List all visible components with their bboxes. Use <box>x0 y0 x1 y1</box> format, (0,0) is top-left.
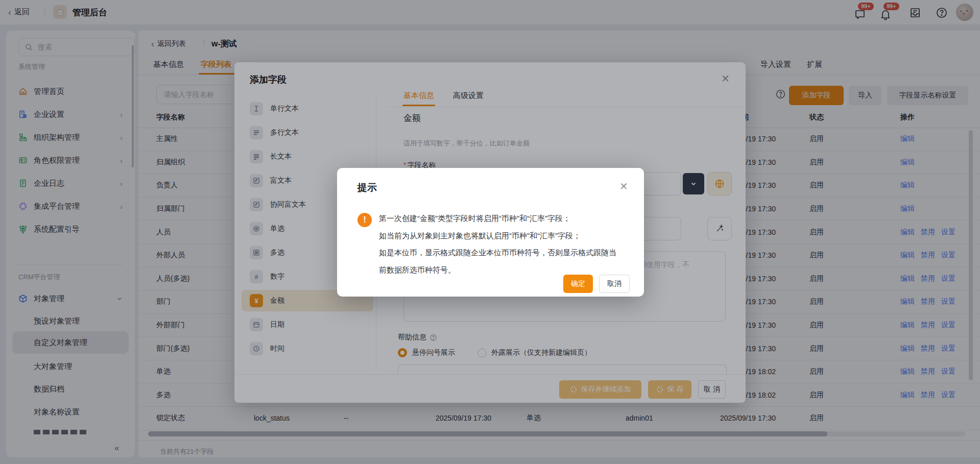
dialog-title: 提示 <box>357 181 377 194</box>
dialog-line: 第一次创建“金额”类型字段时将启用“币种”和“汇率”字段； <box>379 210 624 227</box>
dialog-line: 如是本位币，显示格式跟随企业本位币币种符号，否则显示格式跟随当 <box>379 244 624 261</box>
close-icon[interactable]: ✕ <box>619 181 628 191</box>
warning-icon: ! <box>357 213 372 227</box>
dialog-confirm-label: 确定 <box>571 279 585 288</box>
dialog-cancel-label: 取消 <box>607 279 622 288</box>
dialog-confirm-button[interactable]: 确定 <box>563 275 593 293</box>
dialog-cancel-button[interactable]: 取消 <box>599 275 630 293</box>
dialog-line: 如当前为从对象则主对象也将默认启用“币种”和“汇率”字段； <box>379 227 624 245</box>
dialog-message: 第一次创建“金额”类型字段时将启用“币种”和“汇率”字段； 如当前为从对象则主对… <box>379 210 624 278</box>
app-root: ‹ 返回 管理后台 99+ 99+ <box>0 0 980 464</box>
notice-dialog: 提示 ✕ ! 第一次创建“金额”类型字段时将启用“币种”和“汇率”字段； 如当前… <box>337 168 644 297</box>
